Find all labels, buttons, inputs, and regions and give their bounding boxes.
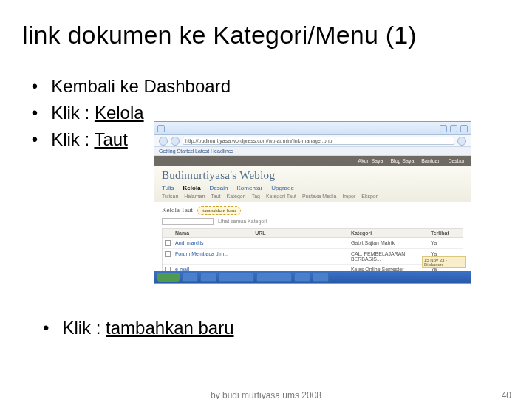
checkbox-icon	[165, 251, 171, 257]
window-max-icon	[450, 125, 457, 132]
subnav-item: Tulisan	[162, 194, 178, 199]
nav-back-icon	[159, 137, 168, 146]
link-tambahkan-baru: tambahkan baru	[106, 318, 233, 338]
nav-desain: Desain	[210, 185, 228, 191]
window-button	[157, 125, 165, 132]
bullet-4: Klik : tambahkan baru	[43, 318, 234, 338]
link-kelola: Kelola	[95, 103, 144, 123]
nav-forward-icon	[171, 137, 180, 146]
tab-bantuan: Bantuan	[421, 158, 440, 163]
link-taut: Taut	[94, 129, 127, 149]
filter-label: Lihat semua Kategori	[218, 219, 267, 224]
page-number: 40	[502, 390, 511, 399]
nav-kelola: Kelola	[183, 185, 201, 191]
slide-title: link dokumen ke Kategori/Menu (1)	[22, 21, 510, 50]
browser-toolbar: http://budimurtiyasa.wordpress.com/wp-ad…	[154, 135, 471, 147]
window-min-icon	[440, 125, 447, 132]
address-bar: http://budimurtiyasa.wordpress.com/wp-ad…	[183, 137, 454, 145]
taskbar-item	[294, 273, 310, 282]
subnav-item: Kategori	[227, 194, 246, 199]
blog-title: Budimurtiyasa's Weblog	[162, 169, 463, 182]
wp-nav: Tulis Kelola Desain Komentar Upgrade	[162, 185, 463, 191]
bookmarks-bar: Getting Started Latest Headlines	[154, 147, 471, 156]
footer-credit: by budi murtiyasa ums 2008	[211, 390, 321, 399]
window-close-icon	[460, 125, 468, 132]
tab-blog: Blog Saya	[390, 158, 414, 163]
nav-upgrade: Upgrade	[271, 185, 294, 191]
subnav-item: Tag	[252, 194, 260, 199]
taskbar-item	[219, 273, 254, 282]
filters-row: Lihat semua Kategori	[154, 216, 471, 226]
section-heading: Kelola Taut tambahkan baru	[154, 202, 471, 216]
subnav-item: Taut	[211, 194, 220, 199]
subnav-item: Impor	[342, 194, 355, 199]
start-button-icon	[157, 273, 180, 282]
windows-taskbar	[154, 271, 471, 283]
wp-subnav: Tulisan Halaman Taut Kategori Tag Katego…	[162, 194, 463, 199]
tab-akun: Akun Saya	[358, 158, 383, 163]
subnav-item: Ekspor	[361, 194, 378, 199]
nav-tulis: Tulis	[162, 185, 174, 191]
embedded-screenshot: http://budimurtiyasa.wordpress.com/wp-ad…	[154, 121, 471, 284]
wp-header: Budimurtiyasa's Weblog Tulis Kelola Desa…	[154, 166, 471, 202]
nav-go-icon	[457, 137, 466, 146]
tab-dasbor: Dasbor	[448, 158, 465, 163]
subnav-item: Kategori Taut	[266, 194, 296, 199]
taskbar-item	[256, 273, 292, 282]
wp-top-tabs: Akun Saya Blog Saya Bantuan Dasbor	[154, 156, 471, 166]
subnav-item: Halaman	[184, 194, 205, 199]
table-header: Nama URL Kategori Terlihat	[163, 229, 463, 238]
add-new-link: tambahkan baru	[197, 206, 241, 215]
checkbox-icon	[165, 240, 171, 246]
bullet-list-lower: Klik : tambahkan baru	[43, 318, 234, 338]
notification-box: 15 Nov 23 - Dipkasen	[422, 256, 466, 268]
links-table: Nama URL Kategori Terlihat Andi mardiis …	[162, 228, 463, 276]
table-row: Forum Membaca dlm... CAL: PEMBELAJARAN B…	[163, 249, 463, 265]
table-row: Andi mardiis Gabit Sajian Matrik Ya	[163, 238, 463, 249]
browser-titlebar	[154, 122, 471, 135]
filter-select	[162, 218, 214, 225]
bullet-1: Kembali ke Dashboard	[28, 73, 510, 100]
subnav-item: Pustaka Media	[302, 194, 336, 199]
nav-komentar: Komentar	[237, 185, 263, 191]
taskbar-item	[200, 273, 216, 282]
taskbar-item	[313, 273, 329, 282]
taskbar-item	[182, 273, 198, 282]
